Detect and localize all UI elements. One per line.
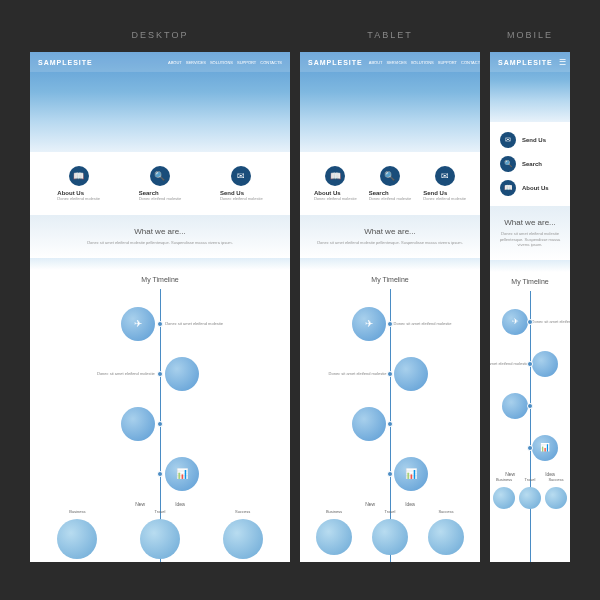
bubble-label: Success — [438, 509, 453, 514]
timeline-node — [387, 471, 393, 477]
feature-item[interactable]: 📖 About Us Donec eleifend molestie — [314, 166, 357, 201]
category-bubble[interactable]: Business — [57, 519, 97, 559]
viewport-label-desktop: DESKTOP — [132, 30, 189, 40]
search-icon: 🔍 — [500, 156, 516, 172]
timeline-bubble[interactable] — [502, 393, 528, 419]
section-desc: Donec sit amet eleifend molestie pellent… — [498, 231, 562, 248]
hero: SAMPLESITE ABOUTSERVICESSOLUTIONSSUPPORT… — [300, 52, 480, 152]
bubble-label: Travel — [525, 477, 536, 482]
viewport-label-mobile: MOBILE — [507, 30, 553, 40]
timeline-bubble[interactable]: ✈ — [352, 307, 386, 341]
timeline-bubble[interactable]: ✈ — [502, 309, 528, 335]
nav-link[interactable]: CONTACTS — [461, 60, 480, 65]
timeline-bubble[interactable] — [394, 357, 428, 391]
category-bubble[interactable]: Success — [545, 487, 567, 509]
timeline-title: My Timeline — [490, 278, 570, 285]
section-title: What we are... — [498, 218, 562, 227]
timeline-text: Donec sit amet eleifend molestie — [165, 321, 225, 326]
category-bubble[interactable]: Travel — [140, 519, 180, 559]
hero: SAMPLESITE ABOUTSERVICESSOLUTIONSSUPPORT… — [30, 52, 290, 152]
navbar: SAMPLESITE ABOUTSERVICESSOLUTIONSSUPPORT… — [490, 52, 570, 72]
timeline-node — [527, 319, 533, 325]
category-bubble[interactable]: Success — [428, 519, 464, 555]
viewport-label-tablet: TABLET — [367, 30, 412, 40]
timeline-bubble[interactable] — [121, 407, 155, 441]
book-icon: 📖 — [500, 180, 516, 196]
features-row: 📖 About Us Donec eleifend molestie 🔍 Sea… — [30, 152, 290, 215]
mail-icon: ✉ — [231, 166, 251, 186]
nav-link[interactable]: SUPPORT — [438, 60, 457, 65]
feature-item[interactable]: ✉ Send Us Donec eleifend molestie — [500, 132, 546, 148]
timeline-text: Donec sit amet eleifend molestie — [394, 321, 454, 326]
feature-title: About Us — [522, 185, 549, 191]
timeline-bubble[interactable] — [532, 351, 558, 377]
category-bubble[interactable]: Business — [316, 519, 352, 555]
section-desc: Donec sit amet eleifend molestie pellent… — [308, 240, 472, 246]
timeline-node — [527, 361, 533, 367]
navbar: SAMPLESITE ABOUTSERVICESSOLUTIONSSUPPORT… — [30, 52, 290, 72]
category-bubble[interactable]: Travel — [519, 487, 541, 509]
hero: SAMPLESITE ABOUTSERVICESSOLUTIONSSUPPORT… — [490, 52, 570, 122]
feature-desc: Donec eleifend molestie — [314, 196, 357, 201]
timeline-node — [387, 421, 393, 427]
timeline-text: Donec sit amet eleifend molestie — [532, 319, 570, 324]
navbar: SAMPLESITE ABOUTSERVICESSOLUTIONSSUPPORT… — [300, 52, 480, 72]
bubble-label: Success — [235, 509, 250, 514]
about-section: What we are... Donec sit amet eleifend m… — [490, 206, 570, 260]
section-title: What we are... — [38, 227, 282, 236]
timeline-node — [527, 445, 533, 451]
nav-link[interactable]: SOLUTIONS — [210, 60, 233, 65]
mail-icon: ✉ — [500, 132, 516, 148]
timeline-node — [157, 471, 163, 477]
category-bubble[interactable]: Success — [223, 519, 263, 559]
timeline-node — [527, 403, 533, 409]
brand[interactable]: SAMPLESITE — [38, 59, 93, 66]
timeline-title: My Timeline — [30, 276, 290, 283]
nav-link[interactable]: SERVICES — [186, 60, 206, 65]
brand[interactable]: SAMPLESITE — [308, 59, 363, 66]
timeline-bubble[interactable]: 📊 — [165, 457, 199, 491]
timeline: ✈ Donec sit amet eleifend molestie Donec… — [490, 291, 570, 562]
feature-title: Search — [522, 161, 542, 167]
book-icon: 📖 — [69, 166, 89, 186]
search-icon: 🔍 — [380, 166, 400, 186]
menu-icon[interactable]: ☰ — [559, 58, 566, 67]
features-row: 📖 About Us Donec eleifend molestie 🔍 Sea… — [300, 152, 480, 215]
feature-item[interactable]: 🔍 Search Donec eleifend molestie — [500, 156, 542, 172]
nav-link[interactable]: CONTACTS — [260, 60, 282, 65]
timeline-bubble[interactable] — [165, 357, 199, 391]
feature-item[interactable]: ✉ Send Us Donec eleifend molestie — [220, 166, 263, 201]
desktop-mockup: SAMPLESITE ABOUTSERVICESSOLUTIONSSUPPORT… — [30, 52, 290, 562]
brand[interactable]: SAMPLESITE — [498, 59, 553, 66]
timeline: ✈ Donec sit amet eleifend molestie Donec… — [300, 289, 480, 562]
search-icon: 🔍 — [150, 166, 170, 186]
feature-item[interactable]: 📖 About Us Donec eleifend molestie — [57, 166, 100, 201]
timeline-bubble[interactable]: 📊 — [394, 457, 428, 491]
timeline-text: Donec sit amet eleifend molestie — [95, 371, 155, 376]
timeline-bubble[interactable]: ✈ — [121, 307, 155, 341]
feature-item[interactable]: 📖 About Us Donec eleifend molestie — [500, 180, 549, 196]
nav-link[interactable]: SOLUTIONS — [411, 60, 434, 65]
nav-link[interactable]: ABOUT — [369, 60, 383, 65]
feature-item[interactable]: ✉ Send Us Donec eleifend molestie — [423, 166, 466, 201]
feature-desc: Donec eleifend molestie — [423, 196, 466, 201]
feature-item[interactable]: 🔍 Search Donec eleifend molestie — [139, 166, 182, 201]
timeline-title: My Timeline — [300, 276, 480, 283]
feature-item[interactable]: 🔍 Search Donec eleifend molestie — [369, 166, 412, 201]
bubble-label: Business — [326, 509, 342, 514]
timeline-bubble[interactable]: 📊 — [532, 435, 558, 461]
bubble-label: Travel — [385, 509, 396, 514]
category-bubble[interactable]: Business — [493, 487, 515, 509]
feature-desc: Donec eleifend molestie — [57, 196, 100, 201]
nav-link[interactable]: SUPPORT — [237, 60, 256, 65]
tablet-mockup: SAMPLESITE ABOUTSERVICESSOLUTIONSSUPPORT… — [300, 52, 480, 562]
timeline-text: Donec sit amet eleifend molestie — [490, 361, 528, 366]
mail-icon: ✉ — [435, 166, 455, 186]
timeline-node — [157, 371, 163, 377]
bubble-label: Success — [548, 477, 563, 482]
nav-link[interactable]: ABOUT — [168, 60, 182, 65]
bubble-label: Business — [496, 477, 512, 482]
nav-link[interactable]: SERVICES — [387, 60, 407, 65]
category-bubble[interactable]: Travel — [372, 519, 408, 555]
timeline-bubble[interactable] — [352, 407, 386, 441]
